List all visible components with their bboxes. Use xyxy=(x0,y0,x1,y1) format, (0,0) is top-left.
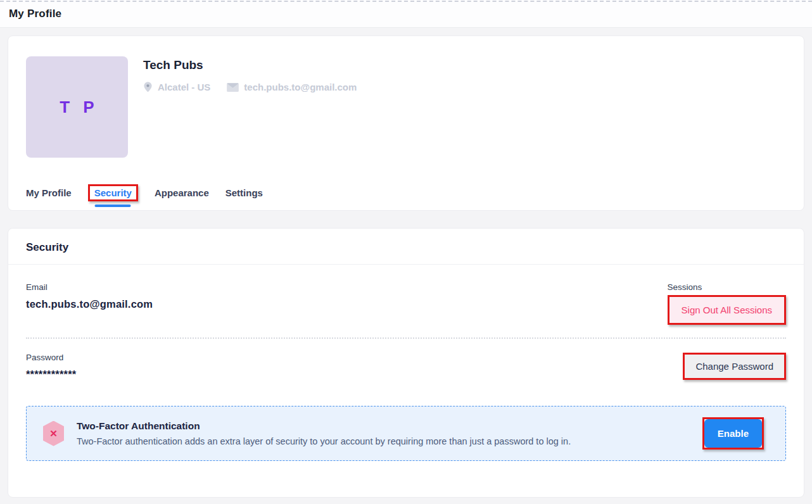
two-factor-text: Two-Factor Authentication Two-Factor aut… xyxy=(77,420,702,446)
sessions-field: Sessions Sign Out All Sessions xyxy=(668,282,786,325)
location-pin-icon xyxy=(143,82,153,92)
shield-x-glyph: ✕ xyxy=(49,428,58,439)
tab-security-wrap: Security xyxy=(88,184,138,201)
two-factor-panel: ✕ Two-Factor Authentication Two-Factor a… xyxy=(26,406,786,461)
profile-summary: T P Tech Pubs Alcatel - US tech.pubs.to@… xyxy=(26,56,786,158)
password-label: Password xyxy=(26,353,76,362)
email-value: tech.pubs.to@gmail.com xyxy=(26,298,153,310)
avatar-initials: T P xyxy=(55,98,98,117)
page-header: My Profile xyxy=(0,0,812,28)
tab-appearance[interactable]: Appearance xyxy=(155,187,209,198)
shield-x-icon: ✕ xyxy=(43,421,64,446)
avatar: T P xyxy=(26,56,128,158)
top-boundary-dashed-line xyxy=(0,1,812,2)
enable-two-factor-button[interactable]: Enable xyxy=(704,419,762,448)
profile-tabs: My Profile Security Appearance Settings xyxy=(26,184,786,201)
security-heading: Security xyxy=(26,241,786,254)
row-divider xyxy=(26,337,786,339)
company-meta: Alcatel - US xyxy=(143,82,210,92)
annotation-box-security-tab: Security xyxy=(88,184,138,201)
password-row: Password ************ Change Password xyxy=(26,353,786,381)
annotation-box-enable: Enable xyxy=(702,417,764,450)
password-field: Password ************ xyxy=(26,353,76,381)
profile-meta: Alcatel - US tech.pubs.to@gmail.com xyxy=(143,82,357,92)
tab-my-profile[interactable]: My Profile xyxy=(26,187,72,198)
annotation-box-change-password: Change Password xyxy=(683,353,786,380)
profile-info: Tech Pubs Alcatel - US tech.pubs.to@gmai… xyxy=(143,56,357,158)
annotation-box-sign-out: Sign Out All Sessions xyxy=(668,295,786,325)
email-meta: tech.pubs.to@gmail.com xyxy=(227,82,357,92)
profile-card: T P Tech Pubs Alcatel - US tech.pubs.to@… xyxy=(8,35,804,211)
email-label: Email xyxy=(26,282,153,292)
tab-settings[interactable]: Settings xyxy=(225,187,263,198)
change-password-field: Change Password xyxy=(683,353,786,381)
security-card: Security Email tech.pubs.to@gmail.com Se… xyxy=(8,228,804,498)
profile-email: tech.pubs.to@gmail.com xyxy=(244,82,357,92)
tab-security[interactable]: Security xyxy=(94,187,132,198)
two-factor-title: Two-Factor Authentication xyxy=(77,420,692,432)
active-tab-underline xyxy=(95,205,131,207)
two-factor-description: Two-Factor authentication adds an extra … xyxy=(77,436,692,446)
envelope-icon xyxy=(227,83,239,92)
sessions-label: Sessions xyxy=(668,282,702,292)
page-title: My Profile xyxy=(9,8,61,20)
sign-out-all-sessions-button[interactable]: Sign Out All Sessions xyxy=(669,297,784,323)
password-value: ************ xyxy=(26,369,76,381)
profile-name: Tech Pubs xyxy=(143,58,357,72)
profile-company: Alcatel - US xyxy=(158,82,210,92)
enable-button-wrap: Enable xyxy=(702,417,764,450)
security-card-header: Security xyxy=(8,229,804,265)
security-card-body: Email tech.pubs.to@gmail.com Sessions Si… xyxy=(8,265,804,461)
change-password-button[interactable]: Change Password xyxy=(685,355,784,378)
email-sessions-row: Email tech.pubs.to@gmail.com Sessions Si… xyxy=(26,282,786,325)
email-field: Email tech.pubs.to@gmail.com xyxy=(26,282,153,325)
